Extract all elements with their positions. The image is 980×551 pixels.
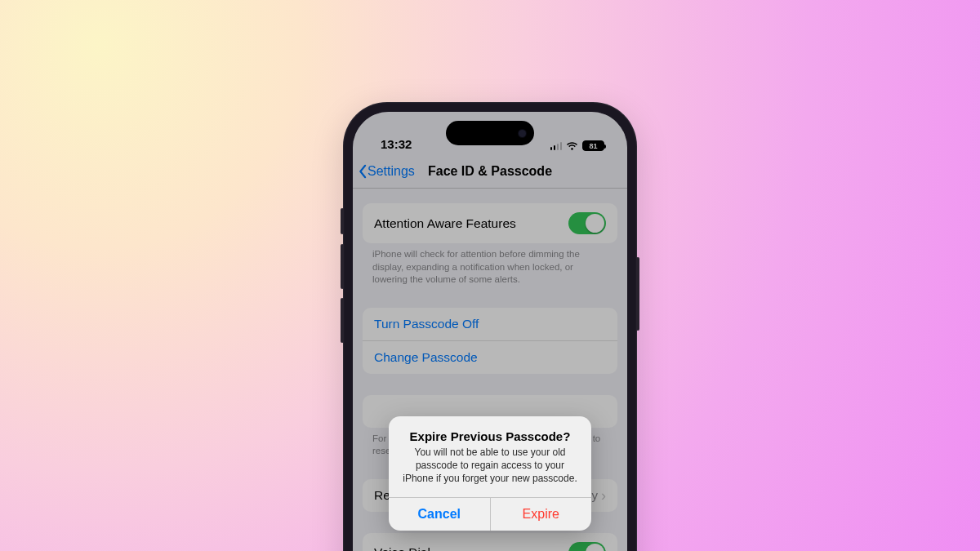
expire-passcode-label — [374, 404, 377, 419]
alert-title: Expire Previous Passcode? — [400, 429, 580, 443]
cellular-signal-icon — [550, 142, 563, 150]
front-camera-icon — [519, 130, 526, 137]
status-time: 13:32 — [381, 137, 412, 151]
turn-passcode-off-row[interactable]: Turn Passcode Off — [363, 308, 617, 341]
mute-switch — [341, 208, 344, 234]
voice-dial-label: Voice Dial — [374, 545, 430, 551]
back-button[interactable]: Settings — [358, 164, 415, 179]
turn-passcode-off-label: Turn Passcode Off — [374, 317, 479, 331]
chevron-right-icon: › — [601, 488, 606, 503]
attention-group: Attention Aware Features — [363, 203, 617, 243]
passcode-actions-group: Turn Passcode Off Change Passcode — [363, 308, 617, 374]
alert-actions: Cancel Expire — [389, 497, 591, 531]
chevron-left-icon — [358, 164, 368, 179]
volume-down-button — [341, 298, 344, 343]
back-label: Settings — [368, 164, 415, 179]
change-passcode-label: Change Passcode — [374, 350, 478, 365]
attention-aware-row[interactable]: Attention Aware Features — [363, 203, 617, 243]
status-icons: 81 — [550, 140, 605, 151]
cancel-button[interactable]: Cancel — [389, 498, 491, 531]
attention-aware-label: Attention Aware Features — [374, 216, 516, 231]
expire-button[interactable]: Expire — [491, 498, 592, 531]
voice-dial-group: Voice Dial — [363, 533, 617, 551]
alert-message: You will not be able to use your old pas… — [400, 446, 580, 486]
voice-dial-row[interactable]: Voice Dial — [363, 533, 617, 551]
attention-toggle[interactable] — [568, 212, 606, 234]
voice-dial-toggle[interactable] — [568, 542, 606, 551]
navigation-bar: Settings Face ID & Passcode — [353, 154, 627, 189]
change-passcode-row[interactable]: Change Passcode — [363, 341, 617, 374]
wifi-icon — [566, 141, 578, 151]
expire-passcode-alert: Expire Previous Passcode? You will not b… — [389, 416, 591, 531]
volume-up-button — [341, 244, 344, 289]
page-title: Face ID & Passcode — [428, 164, 552, 179]
alert-body: Expire Previous Passcode? You will not b… — [389, 416, 591, 497]
battery-indicator: 81 — [582, 140, 604, 151]
phone-frame: 13:32 81 Settings Face ID & — [343, 102, 637, 551]
attention-footer: iPhone will check for attention before d… — [372, 248, 608, 287]
dynamic-island — [446, 121, 534, 145]
require-passcode-value: ly › — [589, 488, 606, 503]
battery-level: 81 — [589, 142, 597, 150]
phone-screen: 13:32 81 Settings Face ID & — [353, 112, 627, 551]
side-button — [636, 257, 639, 331]
